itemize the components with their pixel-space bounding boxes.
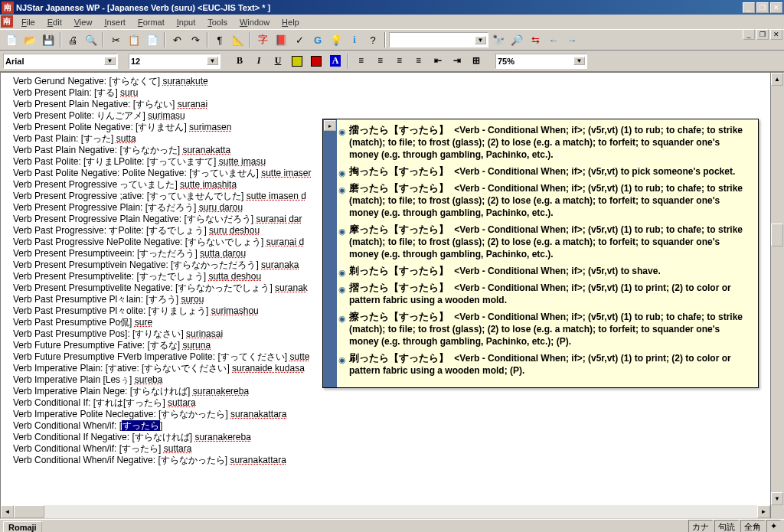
redo-icon[interactable]: ↷ xyxy=(187,31,204,48)
find-icon[interactable]: 🔭 xyxy=(490,31,507,48)
spell-icon[interactable]: ✓ xyxy=(291,31,308,48)
bullet-icon: ◉ xyxy=(338,354,346,366)
color3-button[interactable]: A xyxy=(327,53,344,70)
status-indicator[interactable]: カナ xyxy=(688,520,713,532)
indent-in-button[interactable]: ⇥ xyxy=(449,53,466,70)
bullet-icon: ◉ xyxy=(338,126,346,138)
status-indicator[interactable]: 句読 xyxy=(714,520,739,532)
status-indicator[interactable]: ✦ xyxy=(766,520,781,532)
menu-window[interactable]: Window xyxy=(234,16,276,28)
search-combo[interactable]: ▼ xyxy=(389,32,488,47)
dictionary-entry[interactable]: ◉擂ったら【すったら】 <Verb - Conditional When; if… xyxy=(338,124,752,161)
bullet-icon: ◉ xyxy=(338,184,346,196)
scroll-down-icon[interactable]: ▼ xyxy=(771,492,783,505)
print-icon[interactable]: 🖨 xyxy=(64,31,81,48)
table-button[interactable]: ⊞ xyxy=(468,53,485,70)
menu-view[interactable]: View xyxy=(68,16,99,28)
scroll-thumb-h[interactable] xyxy=(14,505,44,518)
paste-icon[interactable]: 📄 xyxy=(144,31,161,48)
standard-toolbar: 📄 📂 💾 🖨 🔍 ✂ 📋 📄 ↶ ↷ ¶ 📐 字 📕 ✓ G 💡 i ? ▼ … xyxy=(0,29,784,51)
doc-line[interactable]: Verb Present Plain Negative: [すらない] sura… xyxy=(13,99,771,110)
dictionary-entry[interactable]: ◉擦ったら【すったら】 <Verb - Conditional When; if… xyxy=(338,311,752,348)
dictionary-entry[interactable]: ◉剃ったら【すったら】 <Verb - Conditional When; if… xyxy=(338,265,752,277)
doc-line[interactable]: Verb Gerund Negative: [すらなくて] suranakute xyxy=(13,76,771,87)
open-icon[interactable]: 📂 xyxy=(21,31,38,48)
align-left-button[interactable]: ≡ xyxy=(353,53,370,70)
menu-input[interactable]: Input xyxy=(171,16,201,28)
popup-sidebar: ▸ xyxy=(323,119,337,387)
char-icon[interactable]: 字 xyxy=(254,31,271,48)
info-icon[interactable]: i xyxy=(346,31,363,48)
minimize-button[interactable]: _ xyxy=(743,2,755,13)
color1-button[interactable] xyxy=(289,53,305,70)
scroll-left-icon[interactable]: ◄ xyxy=(1,505,14,518)
horizontal-scrollbar[interactable]: ◄ ► xyxy=(1,505,770,518)
dictionary-entry[interactable]: ◉刷ったら【すったら】 <Verb - Conditional When; if… xyxy=(338,352,752,377)
menu-edit[interactable]: Edit xyxy=(41,16,68,28)
help-icon[interactable]: ? xyxy=(364,31,381,48)
prev-icon[interactable]: ← xyxy=(545,31,562,48)
separator xyxy=(348,54,349,69)
dictionary-entry[interactable]: ◉摺ったら【すったら】 <Verb - Conditional When; if… xyxy=(338,282,752,306)
menu-insert[interactable]: Insert xyxy=(98,16,132,28)
align-center-button[interactable]: ≡ xyxy=(372,53,389,70)
close-button[interactable]: ✕ xyxy=(770,2,782,13)
next-icon[interactable]: → xyxy=(564,31,580,48)
doc-line[interactable]: Verb Conditional When/if: [すったら] suttara xyxy=(13,443,771,455)
doc-line[interactable]: Verb Conditional When/if Negative: [すらなか… xyxy=(13,455,771,466)
mdi-close-button[interactable]: ✕ xyxy=(770,29,782,40)
cut-icon[interactable]: ✂ xyxy=(107,31,124,48)
scroll-thumb[interactable] xyxy=(771,224,783,246)
mdi-icon[interactable]: 南 xyxy=(1,15,13,28)
outer-window-controls: _ ❐ ✕ xyxy=(743,2,782,13)
size-combo[interactable]: 12▼ xyxy=(129,54,220,69)
doc-line[interactable]: Verb Conditional When/if: [すったら] xyxy=(13,420,771,432)
inner-window-controls: _ ❐ ✕ xyxy=(743,29,782,40)
copy-icon[interactable]: 📋 xyxy=(126,31,142,48)
vertical-scrollbar[interactable]: ▲ ▼ xyxy=(770,73,783,518)
undo-icon[interactable]: ↶ xyxy=(168,31,185,48)
align-justify-button[interactable]: ≡ xyxy=(410,53,427,70)
tool-icon[interactable]: 📐 xyxy=(230,31,247,48)
new-icon[interactable]: 📄 xyxy=(3,31,20,48)
scroll-track[interactable] xyxy=(44,505,757,518)
mdi-maximize-button[interactable]: ❐ xyxy=(756,29,769,40)
doc-line[interactable]: Verb Conditional If Negative: [すらなければ] s… xyxy=(13,432,771,443)
menu-file[interactable]: File xyxy=(15,16,41,28)
dictionary-entry[interactable]: ◉摩ったら【すったら】 <Verb - Conditional When; if… xyxy=(338,224,752,260)
book-icon[interactable]: 📕 xyxy=(273,31,289,48)
scroll-up-icon[interactable]: ▲ xyxy=(771,73,783,86)
swap-icon[interactable]: ⇆ xyxy=(527,31,544,48)
status-indicator[interactable]: 全角 xyxy=(740,520,765,532)
align-right-button[interactable]: ≡ xyxy=(391,53,408,70)
color2-button[interactable] xyxy=(308,53,325,70)
doc-line[interactable]: Verb Imperative Polite Neclegative: [すらな… xyxy=(13,409,771,420)
popup-play-icon[interactable]: ▸ xyxy=(324,120,336,131)
mdi-minimize-button[interactable]: _ xyxy=(743,29,755,40)
tip-icon[interactable]: 💡 xyxy=(328,31,345,48)
g-icon[interactable]: G xyxy=(309,31,326,48)
scroll-right-icon[interactable]: ► xyxy=(757,505,770,518)
format-toolbar: Arial▼ 12▼ B I U A ≡ ≡ ≡ ≡ ⇤ ⇥ ⊞ 75%▼ xyxy=(0,51,784,72)
indent-out-button[interactable]: ⇤ xyxy=(430,53,446,70)
dictionary-entry[interactable]: ◉磨ったら【すったら】 <Verb - Conditional When; if… xyxy=(338,182,752,219)
menu-bar: 南 FileEditViewInsertFormatInputToolsWind… xyxy=(0,15,784,29)
find2-icon[interactable]: 🔎 xyxy=(508,31,525,48)
underline-button[interactable]: U xyxy=(270,53,286,70)
font-combo[interactable]: Arial▼ xyxy=(3,54,118,69)
dictionary-entry[interactable]: ◉掏ったら【すったら】 <Verb - Conditional When; if… xyxy=(338,165,752,178)
menu-format[interactable]: Format xyxy=(132,16,171,28)
bold-button[interactable]: B xyxy=(231,53,248,70)
menu-tools[interactable]: Tools xyxy=(201,16,234,28)
save-icon[interactable]: 💾 xyxy=(40,31,57,48)
zoom-combo[interactable]: 75%▼ xyxy=(495,54,587,69)
italic-button[interactable]: I xyxy=(250,53,267,70)
maximize-button[interactable]: ❐ xyxy=(756,2,769,13)
preview-icon[interactable]: 🔍 xyxy=(83,31,100,48)
romaji-status-button[interactable]: Romaji xyxy=(3,521,42,533)
paragraph-icon[interactable]: ¶ xyxy=(211,31,228,48)
menu-help[interactable]: Help xyxy=(276,16,305,28)
doc-line[interactable]: Verb Conditional If: [すれは[すったら] suttara xyxy=(13,397,771,409)
app-icon: 南 xyxy=(2,2,14,14)
doc-line[interactable]: Verb Present Plain: [する] suru xyxy=(13,87,771,99)
